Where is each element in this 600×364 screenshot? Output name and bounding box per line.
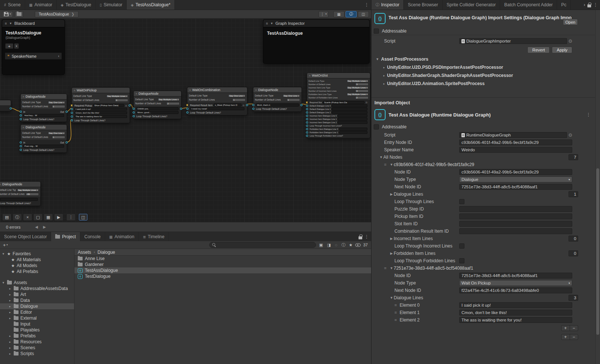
expand-arrow-icon[interactable]: ▸: [8, 334, 12, 338]
graph-node-wait-on-combination[interactable]: ≡WaitOnCombinationDefault Line TypeSay O…: [187, 87, 247, 115]
text-field-pickup-item-id[interactable]: [459, 213, 572, 219]
editor-tab-animator[interactable]: ▦Animator: [25, 0, 57, 10]
enum-dropdown-node-type[interactable]: Wait On Pickup▾: [459, 280, 572, 286]
input-port[interactable]: [186, 108, 189, 110]
object-port[interactable]: [306, 101, 308, 103]
inspector-tab-scene-browser[interactable]: Scene Browser: [404, 0, 442, 10]
int-field[interactable]: 1: [287, 98, 300, 101]
node-title-bar[interactable]: ≡DialogueNode: [21, 125, 67, 130]
input-port[interactable]: [20, 149, 22, 151]
output-port[interactable]: [246, 104, 248, 106]
port-text-field[interactable]: [338, 118, 367, 121]
port-text-field[interactable]: Mmm, good...: [136, 111, 179, 114]
port-text-field[interactable]: I said pick it up!: [74, 108, 127, 111]
search-input[interactable]: [218, 243, 313, 247]
foldout-arrow[interactable]: ▼: [389, 163, 394, 166]
addressable-checkbox[interactable]: [374, 28, 379, 34]
editor-tab-simulator[interactable]: ▯Simulator: [96, 0, 127, 10]
output-port[interactable]: [300, 104, 303, 106]
graph-tool-7[interactable]: ◫: [79, 213, 88, 221]
asset-postprocessors-header[interactable]: ▼ Asset PostProcessors: [371, 55, 595, 63]
foldout-arrow[interactable]: ▼: [389, 266, 394, 270]
foldout-arrow[interactable]: ▼: [389, 296, 394, 300]
tree-item-playables[interactable]: Playables: [0, 327, 74, 333]
open-asset-icon[interactable]: ▣: [319, 243, 324, 247]
checkbox-loop-through-lines[interactable]: [459, 199, 464, 204]
favorite-item-all-materials[interactable]: ★All Materials: [0, 257, 74, 263]
port-text-field[interactable]: Hod boy... W: [23, 114, 64, 117]
text-field-speaker-name[interactable]: Weirdo: [459, 147, 572, 153]
int-field[interactable]: -55: [26, 193, 39, 196]
expand-arrow-icon[interactable]: ▸: [8, 293, 12, 296]
graph-options-button[interactable]: ⋮ ▾: [319, 11, 329, 17]
enum-dropdown[interactable]: Say One Line▾: [48, 101, 65, 104]
expand-arrow-icon[interactable]: ▸: [8, 317, 12, 320]
favorite-item-all-models[interactable]: ★All Models: [0, 263, 74, 269]
input-port[interactable]: [306, 135, 308, 137]
enum-dropdown[interactable]: Say Multiple Lines▾: [347, 86, 369, 89]
asset-item-gardener[interactable]: Gardener: [74, 262, 371, 267]
expand-chevron-icon[interactable]: ‹: [58, 54, 59, 58]
asset-item-anne-lise[interactable]: Anne Lise: [74, 256, 371, 262]
kebab-icon[interactable]: ⋮: [585, 112, 592, 117]
prev-error-button[interactable]: ◀: [33, 224, 41, 230]
array-size-field[interactable]: 7: [569, 154, 578, 160]
enum-dropdown[interactable]: Say Multiple Lines▾: [347, 80, 369, 82]
inspector-tab-pc[interactable]: Pc: [557, 0, 571, 10]
dock-tab-timeline[interactable]: ≣Timeline: [139, 232, 169, 242]
graph-tool-6[interactable]: ⋮: [66, 213, 76, 221]
node-title-bar[interactable]: ≡DialogueNode: [21, 94, 67, 100]
graph-node-dialogue-c[interactable]: ≡DialogueNodeDefault Line TypeSay Multip…: [133, 91, 181, 119]
project-search[interactable]: [209, 242, 316, 248]
graph-canvas[interactable]: ≡rtNodeext≡DialogueNodeDefault Line Type…: [0, 18, 371, 222]
checkbox-loop-through-forbidden-lines[interactable]: [459, 258, 464, 263]
input-port[interactable]: [71, 115, 73, 118]
addressable-checkbox[interactable]: [374, 124, 379, 129]
dock-tab-console[interactable]: Console: [80, 232, 105, 242]
tree-item-editor[interactable]: ▸Editor: [0, 309, 74, 315]
input-port[interactable]: [306, 108, 308, 110]
graph-node-wait-on-pickup[interactable]: ≡WaitOnPickupDefault Line TypeSay Multip…: [71, 87, 130, 123]
apply-button[interactable]: Apply: [552, 47, 572, 53]
enum-dropdown[interactable]: Say Multiple Lines▾: [347, 93, 369, 96]
input-port[interactable]: [20, 114, 22, 117]
collapse-arrow-icon[interactable]: ▼: [270, 22, 273, 25]
port-text-field[interactable]: x_Meat (Pickup Item D: [214, 104, 241, 107]
expand-arrow-icon[interactable]: ▸: [8, 287, 12, 290]
remove-element-button[interactable]: −: [570, 334, 578, 340]
blackboard-property-speakername[interactable]: “ SpeakerName ‹: [5, 53, 62, 60]
enum-dropdown[interactable]: Say One Line▾: [48, 132, 65, 135]
output-port[interactable]: [66, 111, 68, 113]
int-field[interactable]: 2: [166, 102, 180, 105]
add-element-button[interactable]: +: [561, 326, 570, 331]
package-icon[interactable]: ◨: [326, 243, 331, 247]
port-text-field[interactable]: The ass is waiting there for: [74, 115, 127, 118]
scrollbar-thumb[interactable]: [596, 168, 599, 335]
asset-item-testassdialogue[interactable]: TestAssDialogue: [74, 267, 371, 273]
enum-dropdown[interactable]: Say Multiple Lines▾: [17, 189, 39, 192]
blackboard-toggle-button[interactable]: ◫: [358, 11, 369, 17]
input-port[interactable]: [20, 111, 22, 113]
int-field[interactable]: 3: [355, 90, 369, 92]
info-icon[interactable]: ⓘ: [341, 242, 346, 248]
int-field[interactable]: 1: [52, 136, 65, 139]
minimap-toggle-button[interactable]: ▦: [333, 11, 344, 17]
foldout-arrow[interactable]: ▶: [389, 237, 394, 240]
drag-handle[interactable]: =: [394, 303, 400, 307]
input-port[interactable]: [186, 111, 189, 114]
graph-tool-1[interactable]: ⓘ: [13, 213, 22, 221]
port-text-field[interactable]: [339, 128, 367, 131]
node-title-bar[interactable]: ≡WaitOnSlot: [307, 73, 370, 78]
text-field-puzzle-step-id[interactable]: [459, 206, 572, 212]
graph-breadcrumb[interactable]: TestAssDialogue ❯: [35, 11, 79, 17]
expand-arrow-icon[interactable]: ▸: [8, 352, 12, 355]
text-field-node-id[interactable]: c93b5606-401f-49a2-99b5-9ecbf1fa9c29: [459, 169, 572, 175]
kebab-icon[interactable]: ⋮: [593, 2, 598, 7]
inspector-tab-batch-component-adder[interactable]: Batch Component Adder: [500, 0, 557, 10]
editor-tab-testdialogue[interactable]: ◈TestDialogue: [57, 0, 96, 10]
checkbox-loop-through-incorrect-lines[interactable]: [459, 243, 464, 249]
graph-node-wait-on-slot[interactable]: ≡WaitOnSlotDefault Line TypeSay Multiple…: [307, 73, 370, 138]
text-field-element-2[interactable]: The ass is waiting there for you!: [459, 317, 572, 323]
input-port[interactable]: [20, 141, 22, 144]
int-field[interactable]: 1: [52, 105, 65, 108]
